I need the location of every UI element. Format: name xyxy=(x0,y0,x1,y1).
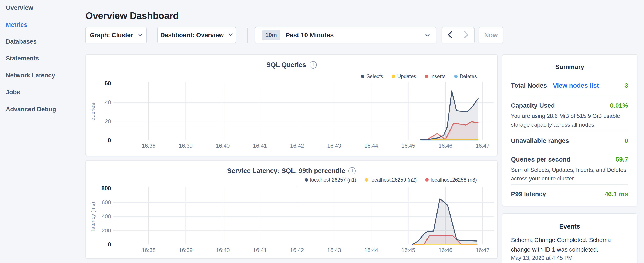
sidebar-item-jobs[interactable]: Jobs xyxy=(6,89,20,96)
svg-text:0: 0 xyxy=(108,137,111,143)
events-title: Events xyxy=(502,223,637,230)
qps-row: Queries per second 59.7 xyxy=(511,156,628,163)
chevron-down-icon xyxy=(425,34,430,38)
dashboard-dropdown[interactable]: Dashboard: Overview xyxy=(157,27,236,43)
svg-text:16:46: 16:46 xyxy=(438,247,452,253)
sidebar-item-statements[interactable]: Statements xyxy=(6,55,39,62)
chevron-down-icon xyxy=(138,33,142,37)
svg-text:16:41: 16:41 xyxy=(253,247,267,253)
total-nodes-label: Total Nodes xyxy=(511,82,547,89)
now-button-label: Now xyxy=(484,32,498,39)
p99-latency-value: 46.1 ms xyxy=(605,190,628,198)
summary-panel: Summary Total Nodes View nodes list 3 Ca… xyxy=(502,54,638,206)
sidebar-item-metrics[interactable]: Metrics xyxy=(6,21,28,28)
chevron-down-icon xyxy=(228,33,233,37)
chevron-right-icon xyxy=(464,31,468,39)
total-nodes-row: Total Nodes View nodes list 3 xyxy=(511,82,628,89)
sql-queries-chart-card: SQL Queries i SelectsUpdatesInsertsDelet… xyxy=(86,54,498,156)
svg-text:16:40: 16:40 xyxy=(216,143,230,149)
qps-label: Queries per second xyxy=(511,156,570,163)
svg-text:16:47: 16:47 xyxy=(476,247,490,253)
svg-text:16:45: 16:45 xyxy=(402,143,415,149)
capacity-used-label: Capacity Used xyxy=(511,102,555,109)
svg-text:16:40: 16:40 xyxy=(216,247,230,253)
svg-text:16:42: 16:42 xyxy=(290,247,304,253)
svg-text:queries: queries xyxy=(90,103,96,120)
controls-divider xyxy=(247,28,248,43)
time-range-label: Past 10 Minutes xyxy=(286,32,334,39)
time-range-badge: 10m xyxy=(262,30,280,41)
svg-text:16:38: 16:38 xyxy=(142,247,156,253)
event-item-timestamp: May 13, 2020 at 4:45 PM xyxy=(511,255,628,261)
svg-text:800: 800 xyxy=(102,185,111,191)
time-forward-button[interactable] xyxy=(458,28,474,43)
svg-text:0: 0 xyxy=(108,241,111,248)
graph-dropdown[interactable]: Graph: Cluster xyxy=(86,27,147,43)
svg-text:16:43: 16:43 xyxy=(327,143,341,149)
svg-text:40: 40 xyxy=(105,99,111,106)
svg-text:400: 400 xyxy=(102,213,111,220)
qps-value: 59.7 xyxy=(616,156,628,163)
svg-text:600: 600 xyxy=(102,199,111,205)
svg-text:16:42: 16:42 xyxy=(290,143,304,149)
events-panel: Events Schema Change Completed: Schema c… xyxy=(502,213,638,263)
total-nodes-value: 3 xyxy=(624,82,628,89)
capacity-description: You are using 28.6 MiB of 515.9 GiB usab… xyxy=(511,112,628,129)
chevron-left-icon xyxy=(448,31,452,39)
svg-text:16:44: 16:44 xyxy=(364,247,378,253)
unavailable-ranges-label: Unavailable ranges xyxy=(511,137,569,144)
p99-latency-row: P99 latency 46.1 ms xyxy=(511,190,628,198)
divider xyxy=(511,184,628,185)
sidebar-item-network-latency[interactable]: Network Latency xyxy=(6,72,55,79)
divider xyxy=(511,131,628,131)
qps-description: Sum of Selects, Updates, Inserts, and De… xyxy=(511,166,628,183)
svg-text:16:44: 16:44 xyxy=(364,143,378,149)
app-root: Overview Metrics Databases Statements Ne… xyxy=(0,0,644,263)
sidebar-item-databases[interactable]: Databases xyxy=(6,38,36,45)
graph-dropdown-label: Graph: Cluster xyxy=(90,32,133,39)
capacity-row: Capacity Used 0.01% xyxy=(511,102,628,109)
divider xyxy=(511,150,628,150)
service-latency-chart-card: Service Latency: SQL, 99th percentile i … xyxy=(86,160,498,259)
unavailable-ranges-row: Unavailable ranges 0 xyxy=(511,137,628,144)
svg-text:16:47: 16:47 xyxy=(476,143,490,149)
summary-title: Summary xyxy=(502,63,637,70)
sidebar-item-advanced-debug[interactable]: Advanced Debug xyxy=(6,106,56,113)
time-range-dropdown[interactable]: 10m Past 10 Minutes xyxy=(255,27,436,43)
view-nodes-list-link[interactable]: View nodes list xyxy=(553,82,599,89)
svg-text:16:43: 16:43 xyxy=(327,247,341,253)
time-back-button[interactable] xyxy=(442,28,458,43)
svg-text:latency (ms): latency (ms) xyxy=(90,202,96,231)
svg-text:16:46: 16:46 xyxy=(438,143,452,149)
event-item-text[interactable]: Schema Change Completed: Schema change w… xyxy=(511,235,628,254)
p99-latency-label: P99 latency xyxy=(511,190,546,198)
now-button[interactable]: Now xyxy=(478,27,503,43)
svg-text:60: 60 xyxy=(104,80,111,87)
capacity-used-value: 0.01% xyxy=(610,102,628,109)
svg-text:16:41: 16:41 xyxy=(253,143,267,149)
svg-text:200: 200 xyxy=(102,227,111,234)
svg-text:16:45: 16:45 xyxy=(402,247,415,253)
page-title: Overview Dashboard xyxy=(86,10,179,21)
sql-queries-chart[interactable]: 16:3816:3916:4016:4116:4216:4316:4416:45… xyxy=(86,55,498,156)
svg-text:16:39: 16:39 xyxy=(179,247,193,253)
sidebar-item-overview[interactable]: Overview xyxy=(6,4,33,11)
svg-text:16:38: 16:38 xyxy=(142,143,156,149)
unavailable-ranges-value: 0 xyxy=(624,137,628,144)
svg-text:16:39: 16:39 xyxy=(179,143,193,149)
time-step-buttons xyxy=(442,27,474,43)
svg-text:20: 20 xyxy=(105,118,111,124)
dashboard-dropdown-label: Dashboard: Overview xyxy=(160,32,224,39)
service-latency-chart[interactable]: 16:3816:3916:4016:4116:4216:4316:4416:45… xyxy=(86,161,498,258)
divider xyxy=(511,96,628,96)
